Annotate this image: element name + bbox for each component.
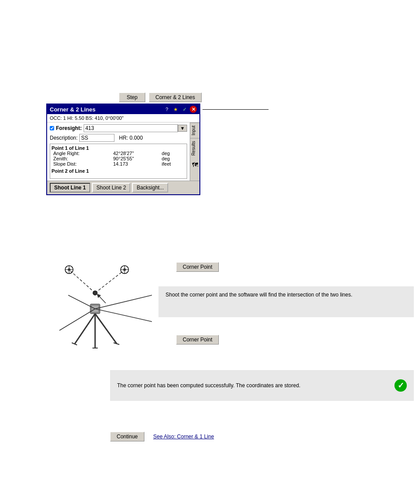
description-row: Description: HR: 0.000: [50, 134, 187, 142]
info-box-1: Shoot the corner point and the software …: [158, 286, 414, 317]
map-icon[interactable]: 🗺: [191, 160, 199, 169]
dialog-sidebar: Input Results 🗺: [190, 122, 199, 181]
check-icon[interactable]: ✓: [181, 106, 188, 113]
svg-point-19: [68, 268, 70, 271]
foresight-row: Foresight: ▼: [50, 124, 187, 132]
dialog-main: Foresight: ▼ Description: HR: 0.000 Poin…: [47, 122, 190, 181]
svg-line-11: [95, 295, 152, 309]
dialog-title-icons: ? ★ ✓ ✕: [163, 106, 197, 113]
shoot-line-2-button[interactable]: Shoot Line 2: [92, 183, 130, 193]
zenith-label: Zenith:: [52, 156, 111, 161]
results-tab[interactable]: Results: [190, 138, 199, 158]
foresight-label: Foresight:: [56, 125, 82, 131]
svg-line-12: [70, 271, 95, 293]
svg-line-9: [95, 309, 152, 322]
svg-line-2: [75, 314, 95, 344]
dialog-body: Foresight: ▼ Description: HR: 0.000 Poin…: [47, 122, 199, 181]
occ-info: OCC: 1 HI: 5.50 BS: 410, 0°00'00": [47, 114, 199, 122]
middle-button-area: Corner Point: [176, 262, 219, 272]
description-label: Description:: [50, 135, 77, 141]
result-line-1: Point 1 of Line 1: [52, 145, 185, 151]
angle-right-row: Angle Right: 42°28'27" deg: [52, 151, 185, 156]
dialog-titlebar: Corner & 2 Lines ? ★ ✓ ✕: [47, 104, 199, 114]
bottom-row: Continue See Also: Corner & 1 Line: [110, 432, 214, 441]
angle-right-label: Angle Right:: [52, 151, 111, 156]
step-button[interactable]: Step: [119, 93, 145, 102]
success-checkmark: ✓: [394, 379, 407, 392]
svg-point-14: [93, 291, 97, 295]
info-box-2: The corner point has been computed succe…: [110, 370, 414, 401]
zenith-row: Zenith: 90°25'55" deg: [52, 156, 185, 161]
top-button-row: Step Corner & 2 Lines: [119, 93, 202, 102]
angle-right-unit: deg: [160, 151, 185, 156]
star-icon[interactable]: ★: [172, 106, 179, 113]
dialog-footer: Shoot Line 1 Shoot Line 2 Backsight...: [47, 181, 199, 194]
see-also-link[interactable]: See Also: Corner & 1 Line: [153, 434, 214, 440]
results-box: Point 1 of Line 1 Angle Right: 42°28'27"…: [50, 144, 187, 179]
bottom-button-area: Corner Point: [176, 335, 219, 345]
slope-dist-value: 14.173: [111, 161, 160, 167]
svg-line-13: [95, 271, 123, 293]
corner-point-button-1[interactable]: Corner Point: [176, 262, 219, 272]
svg-line-4: [95, 314, 117, 344]
svg-line-15: [98, 295, 106, 303]
description-input[interactable]: [79, 134, 114, 142]
corner-2-lines-dialog: Corner & 2 Lines ? ★ ✓ ✕ OCC: 1 HI: 5.50…: [46, 104, 200, 195]
corner-2-lines-button[interactable]: Corner & 2 Lines: [149, 93, 202, 102]
slope-dist-label: Slope Dist:: [52, 161, 111, 167]
backsight-button[interactable]: Backsight...: [132, 183, 168, 193]
svg-point-23: [123, 268, 126, 271]
angle-right-value: 42°28'27": [111, 151, 160, 156]
top-decorative-line: [203, 109, 269, 110]
help-icon[interactable]: ?: [163, 106, 170, 113]
svg-line-5: [72, 343, 77, 345]
info-box-1-text: Shoot the corner point and the software …: [166, 292, 352, 298]
info-box-2-text: The corner point has been computed succe…: [117, 382, 300, 389]
foresight-dropdown[interactable]: ▼: [178, 125, 187, 132]
svg-line-8: [59, 309, 95, 330]
survey-diagram: [33, 238, 161, 357]
foresight-checkbox[interactable]: [50, 126, 54, 130]
slope-dist-unit: ifeet: [160, 161, 185, 167]
corner-point-button-2[interactable]: Corner Point: [176, 335, 219, 345]
shoot-line-1-button[interactable]: Shoot Line 1: [50, 183, 90, 193]
slope-dist-row: Slope Dist: 14.173 ifeet: [52, 161, 185, 167]
dialog-title: Corner & 2 Lines: [50, 106, 96, 113]
svg-line-10: [68, 295, 95, 309]
zenith-value: 90°25'55": [111, 156, 160, 161]
input-tab[interactable]: Input: [190, 122, 199, 138]
close-icon[interactable]: ✕: [190, 106, 197, 113]
result-line-2: Point 2 of Line 1: [52, 168, 185, 174]
continue-button[interactable]: Continue: [110, 432, 144, 441]
hr-label: HR: 0.000: [119, 135, 143, 141]
foresight-input[interactable]: [84, 124, 178, 132]
zenith-unit: deg: [160, 156, 185, 161]
